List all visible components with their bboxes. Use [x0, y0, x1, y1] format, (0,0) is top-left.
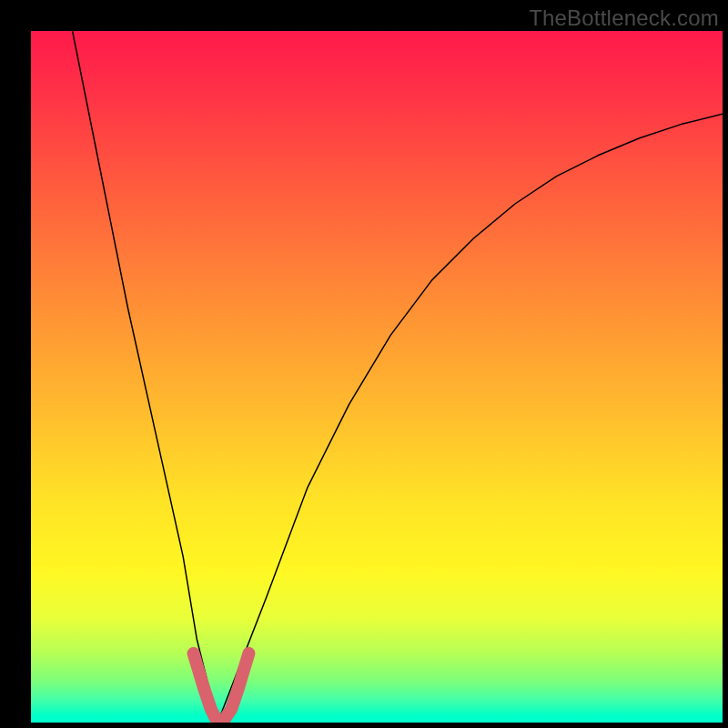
plot-area — [31, 31, 723, 723]
chart-frame: TheBottleneck.com — [0, 0, 728, 728]
bottleneck-curve — [73, 31, 723, 723]
watermark-text: TheBottleneck.com — [529, 5, 719, 31]
curve-layer — [31, 31, 723, 723]
